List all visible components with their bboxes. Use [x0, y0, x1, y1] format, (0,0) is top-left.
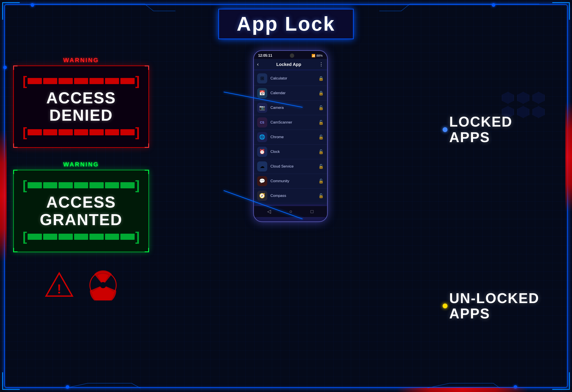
stripe-gb3 — [59, 234, 73, 240]
corner-granted-br — [145, 248, 149, 252]
access-denied-box: [ ] ACCESS DENIED — [13, 65, 149, 148]
phone-notch — [290, 53, 294, 58]
title-box: App Lock — [218, 9, 353, 39]
corner-denied-br — [145, 143, 149, 148]
compass-lock-icon: 🔓 — [318, 193, 324, 198]
stripe-1 — [28, 78, 42, 84]
unlocked-apps-line1: UN-LOCKED — [449, 291, 559, 306]
compass-name: Compass — [270, 194, 315, 198]
stripe-b7 — [120, 129, 135, 135]
access-denied-line2: DENIED — [23, 107, 140, 124]
stripe-b4 — [74, 129, 88, 135]
phone-status-bar: 12:05:11 📶 88% — [254, 51, 327, 59]
stripe-bar-granted-bottom: [ ] — [23, 230, 140, 243]
corner-denied-tr — [145, 65, 149, 70]
locked-apps-line1: LOCKED — [449, 114, 559, 129]
icons-row: ! — [13, 265, 149, 305]
access-denied-line1: ACCESS — [23, 89, 140, 107]
community-icon: 💬 — [257, 176, 267, 186]
stripe-2 — [43, 78, 57, 84]
warning-triangle-icon: ! — [44, 270, 75, 301]
bracket-granted-left: [ — [23, 179, 27, 192]
chrome-lock-icon: 🔓 — [318, 135, 324, 140]
corner-denied-tl — [13, 65, 17, 70]
stripe-gb1 — [28, 234, 42, 240]
stripe-gb2 — [43, 234, 57, 240]
cloud-icon: ☁ — [257, 161, 267, 171]
left-panel: WARNING [ ] — [13, 48, 149, 388]
locked-apps-label-block: LOCKED APPS — [449, 114, 559, 145]
calculator-icon: ⊞ — [257, 73, 267, 83]
phone-menu-button[interactable]: ⋮ — [319, 61, 324, 67]
camera-lock-icon: 🔓 — [318, 105, 324, 110]
radiation-icon — [88, 270, 118, 301]
calculator-name: Calculator — [270, 76, 315, 81]
clock-lock-icon: 🔓 — [318, 149, 324, 154]
access-granted-box: [ ] ACCESS GRANTED — [13, 170, 149, 252]
main-content: App Lock WARNING [ — [0, 0, 572, 392]
bracket-denied-left: [ — [23, 75, 27, 88]
bracket-denied-right: ] — [135, 75, 140, 88]
camera-name: Camera — [270, 106, 315, 110]
wifi-icon: 📶 — [312, 54, 315, 57]
calendar-name: Calendar — [270, 91, 315, 95]
community-name: Community — [270, 179, 315, 183]
stripe-bar-granted-top: [ ] — [23, 179, 140, 192]
stripe-g6 — [105, 182, 119, 188]
stripe-gb4 — [74, 234, 88, 240]
svg-point-4 — [100, 282, 106, 288]
phone-app-list: ⊞ Calculator 🔒 📅 Calendar 🔒 📷 Camera — [254, 70, 327, 204]
warning-label-granted: WARNING — [13, 161, 149, 168]
access-granted-text: ACCESS GRANTED — [23, 194, 140, 228]
phone-wrapper: 12:05:11 📶 88% ‹ Locked App ⋮ — [253, 50, 328, 222]
unlocked-apps-line2: APPS — [449, 306, 559, 321]
community-lock-icon: 🔓 — [318, 179, 324, 184]
stripe-g4 — [74, 182, 88, 188]
phone-header: ‹ Locked App ⋮ — [254, 59, 327, 70]
stripe-g2 — [43, 182, 57, 188]
app-item-compass[interactable]: 🧭 Compass 🔓 — [254, 189, 327, 203]
corner-granted-bl — [13, 248, 17, 252]
stripe-b3 — [59, 129, 73, 135]
bracket-granted-left-b: [ — [23, 230, 27, 243]
app-item-chrome[interactable]: 🌐 Chrome 🔓 — [254, 130, 327, 145]
app-title: App Lock — [237, 13, 335, 35]
app-item-calendar[interactable]: 📅 Calendar 🔒 — [254, 86, 327, 101]
app-item-community[interactable]: 💬 Community 🔓 — [254, 174, 327, 189]
nav-back-button[interactable]: ◁ — [267, 209, 271, 214]
hex-1 — [502, 92, 514, 104]
access-granted-block: WARNING [ ] — [13, 161, 149, 252]
stripe-g7 — [120, 182, 135, 188]
access-denied-text: ACCESS DENIED — [23, 89, 140, 124]
bracket-granted-right-b: ] — [135, 230, 140, 243]
hex-3 — [533, 92, 545, 104]
stripe-b5 — [89, 129, 104, 135]
phone-time: 12:05:11 — [258, 54, 272, 58]
right-panel: LOCKED APPS UN-LOCKED APPS — [432, 48, 559, 388]
clock-icon: ⏰ — [257, 147, 267, 157]
nav-recent-button[interactable]: □ — [310, 209, 313, 214]
corner-granted-tr — [145, 170, 149, 174]
stripe-gb6 — [105, 234, 119, 240]
app-item-calculator[interactable]: ⊞ Calculator 🔒 — [254, 71, 327, 86]
calculator-lock-icon: 🔒 — [318, 76, 324, 81]
phone-status-icons: 📶 88% — [312, 54, 322, 57]
app-item-camscanner[interactable]: CS CamScanner 🔓 — [254, 115, 327, 130]
unlocked-apps-label: UN-LOCKED APPS — [449, 291, 559, 321]
camscanner-icon: CS — [257, 117, 267, 127]
unlocked-apps-connector-dot — [443, 303, 447, 308]
app-item-cloud[interactable]: ☁ Cloud Service 🔓 — [254, 159, 327, 174]
nav-home-button[interactable]: ○ — [289, 209, 292, 214]
access-granted-line1: ACCESS — [23, 194, 140, 211]
phone-frame: 12:05:11 📶 88% ‹ Locked App ⋮ — [253, 50, 328, 222]
chrome-name: Chrome — [270, 135, 315, 139]
stripe-b2 — [43, 129, 57, 135]
warning-label-denied: WARNING — [13, 57, 149, 64]
app-item-clock[interactable]: ⏰ Clock 🔓 — [254, 145, 327, 159]
camscanner-name: CamScanner — [270, 120, 315, 125]
app-item-camera[interactable]: 📷 Camera 🔓 — [254, 101, 327, 115]
phone-back-button[interactable]: ‹ — [257, 61, 259, 67]
locked-apps-connector-dot — [443, 127, 447, 132]
columns-layout: WARNING [ ] — [0, 44, 572, 392]
locked-apps-label: LOCKED APPS — [449, 114, 559, 145]
